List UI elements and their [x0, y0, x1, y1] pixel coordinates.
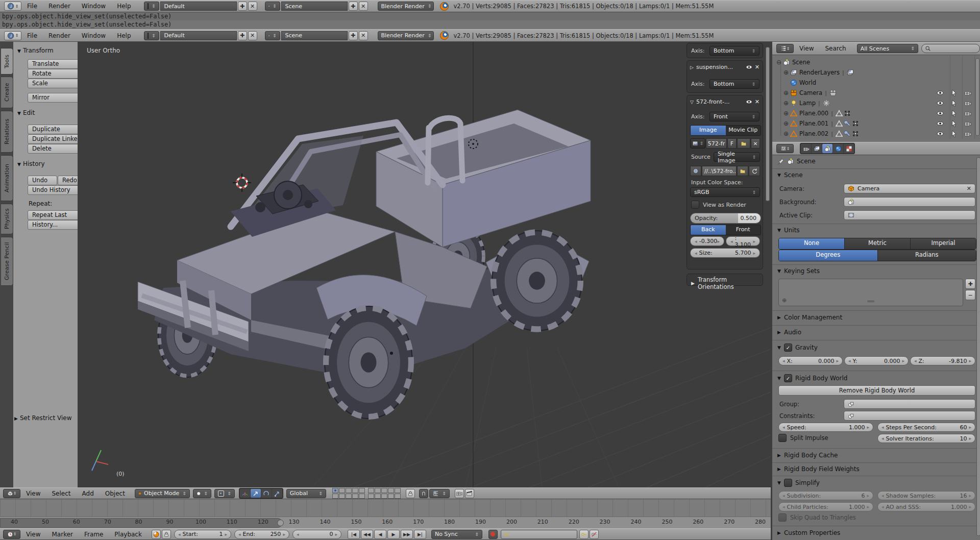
expander-minus-icon[interactable]: ⊖	[775, 59, 782, 66]
viewport-3d[interactable]: User Ortho (0)	[78, 42, 771, 487]
fake-user-button[interactable]: F	[727, 138, 737, 149]
outliner-row-renderlayers[interactable]: ⊕RenderLayers |	[772, 67, 980, 78]
editor-type-button[interactable]: ⇕	[3, 530, 20, 539]
manipulator-toggle[interactable]	[240, 489, 250, 498]
rigid-solver-field[interactable]: ◂Solver Iterations:10▸	[877, 434, 975, 443]
panel-header-history[interactable]: ▼History	[17, 160, 45, 167]
split-impulse-row[interactable]: Split Impulse	[778, 434, 828, 442]
add-layout-button[interactable]: ✚	[238, 31, 247, 40]
button-undo[interactable]: Undo	[28, 176, 57, 185]
source-dropdown[interactable]: Single Image⇕	[714, 152, 760, 162]
eye-icon[interactable]	[936, 120, 944, 128]
simplify-subdivision-field[interactable]: ◂Subdivision:6▸	[778, 491, 873, 500]
sidebar-tab-create[interactable]: Create	[1, 77, 13, 108]
delete-layout-button[interactable]: ✕	[248, 31, 257, 40]
scene-name[interactable]: Scene	[281, 2, 348, 11]
playback-range-button[interactable]	[152, 530, 161, 539]
lock-to-scene-button[interactable]	[406, 489, 415, 498]
units-radians[interactable]: Radians	[878, 250, 976, 261]
panel-header-rigid-body-world-checkbox[interactable]: ✓	[784, 374, 792, 382]
menu-search[interactable]: Search	[819, 45, 851, 52]
simplify-child-field[interactable]: ◂Child Particles:1.000▸	[778, 502, 873, 511]
bgimg-clipped-axis-dropdown[interactable]: Bottom⇕	[709, 46, 760, 56]
outliner-row-camera[interactable]: ⊕Camera |	[772, 88, 980, 98]
screen-layout-name[interactable]: Default	[160, 2, 237, 11]
split-impulse-checkbox[interactable]	[778, 434, 787, 442]
menu-view[interactable]: View	[20, 490, 46, 497]
cursor-icon[interactable]	[950, 100, 958, 107]
bgimg-572-header[interactable]: ▽572-front-...✕	[690, 99, 760, 105]
jump-to-start-button[interactable]: |◀	[348, 530, 360, 539]
bgimg-572-axis-dropdown[interactable]: Front⇕	[709, 112, 760, 121]
current-frame-field[interactable]: ◂0▸	[292, 530, 341, 539]
lock-time-button[interactable]	[162, 530, 171, 539]
layer-cell[interactable]	[388, 494, 394, 499]
menu-help[interactable]: Help	[111, 3, 136, 10]
image-datablock-icon-dropdown[interactable]: ⇕	[690, 138, 705, 149]
cursor-icon[interactable]	[950, 120, 958, 128]
editor-type-button[interactable]: i⇕	[4, 2, 21, 11]
units-none[interactable]: None	[779, 238, 845, 249]
active-clip-field[interactable]	[844, 210, 975, 220]
layer-cell[interactable]	[339, 494, 345, 499]
panel-header-rigid-body-cache[interactable]: ▶Rigid Body Cache	[777, 452, 838, 459]
scale-manipulator-button[interactable]	[272, 489, 282, 498]
fastforward-keyframe-button[interactable]: ▶▶	[401, 530, 413, 539]
expander-plus-icon[interactable]: ⊕	[782, 110, 790, 117]
units-degrees[interactable]: Degrees	[779, 250, 878, 261]
screen-layout-dropdown[interactable]: ⇕	[144, 2, 159, 11]
truck-model[interactable]	[78, 42, 771, 487]
transform-orientation-dropdown[interactable]: Global⇕	[286, 489, 326, 498]
panel-header-units[interactable]: ▼Units	[777, 227, 800, 234]
editor-type-button[interactable]: ⇕	[3, 489, 20, 498]
sidebar-tab-tools[interactable]: Tools	[1, 48, 13, 75]
play-button[interactable]: ▶	[387, 530, 400, 539]
layer-cell[interactable]	[368, 494, 374, 499]
eye-icon[interactable]	[936, 130, 944, 138]
units-metric[interactable]: Metric	[845, 238, 911, 249]
insert-keyframe-button[interactable]	[579, 530, 589, 539]
add-layout-button[interactable]: ✚	[238, 2, 247, 11]
expand-triangle-icon[interactable]: ▷	[690, 65, 694, 70]
skip-quad-row dim[interactable]: Skip Quad to Triangles	[778, 513, 856, 522]
info-log[interactable]: bpy.ops.object.hide_view_set(unselected=…	[0, 12, 980, 29]
layer-cell[interactable]	[381, 494, 387, 499]
rigid-constraints-field[interactable]	[844, 411, 975, 421]
sidebar-tab-relations[interactable]: Relations	[1, 111, 13, 153]
toggle-front[interactable]: Front	[726, 225, 761, 235]
world-tab[interactable]	[833, 144, 843, 153]
menu-view[interactable]: View	[20, 531, 46, 538]
timeline-scroller-handle[interactable]	[277, 520, 284, 526]
cursor-icon[interactable]	[950, 110, 958, 117]
menu-marker[interactable]: Marker	[46, 531, 78, 538]
outliner-row-plane-000[interactable]: ⊕Plane.000 |	[772, 108, 980, 118]
transform-orientations-header[interactable]: ▶Transform Orientations	[691, 276, 763, 290]
mode-dropdown[interactable]: Object Mode⇕	[135, 489, 190, 498]
layer-cell[interactable]	[352, 494, 358, 499]
scene-name[interactable]: Scene	[281, 31, 348, 40]
panel-header-rigid-body-world[interactable]: ▼✓Rigid Body World	[777, 374, 847, 382]
panel-header-simplify-checkbox[interactable]	[784, 479, 792, 487]
screen-layout-dropdown[interactable]: ⇕	[144, 31, 159, 40]
jump-to-end-button[interactable]: ▶|	[414, 530, 426, 539]
background-set-field[interactable]	[844, 197, 975, 207]
layer-cell[interactable]	[381, 488, 387, 493]
outliner-row-plane-002[interactable]: ⊕Plane.002 |	[772, 129, 980, 139]
layer-cell[interactable]	[375, 494, 381, 499]
frame-start-field[interactable]: ◂Start:1▸	[174, 530, 231, 539]
expander-plus-icon[interactable]: ⊕	[782, 69, 790, 76]
open-image-button[interactable]	[737, 138, 750, 149]
rigid-steps-field[interactable]: ◂Steps Per Second:60▸	[877, 423, 975, 432]
menu-file[interactable]: File	[21, 3, 43, 10]
browse-path-button[interactable]	[737, 166, 748, 176]
toggle-image[interactable]: Image	[691, 126, 726, 135]
timeline-ruler[interactable]: 4050607080901001101201301401501601701801…	[0, 517, 771, 529]
cursor-icon[interactable]	[950, 89, 958, 97]
screen-layout-name[interactable]: Default	[160, 31, 237, 40]
panel-header-gravity-checkbox[interactable]: ✓	[784, 343, 792, 352]
outliner-scrollbar[interactable]	[975, 58, 979, 136]
editor-type-button[interactable]: ⇕	[776, 144, 794, 153]
editor-type-button[interactable]: i⇕	[4, 31, 21, 40]
eye-icon[interactable]	[936, 100, 944, 107]
viewport-shading-dropdown[interactable]: ⇕	[193, 489, 211, 498]
